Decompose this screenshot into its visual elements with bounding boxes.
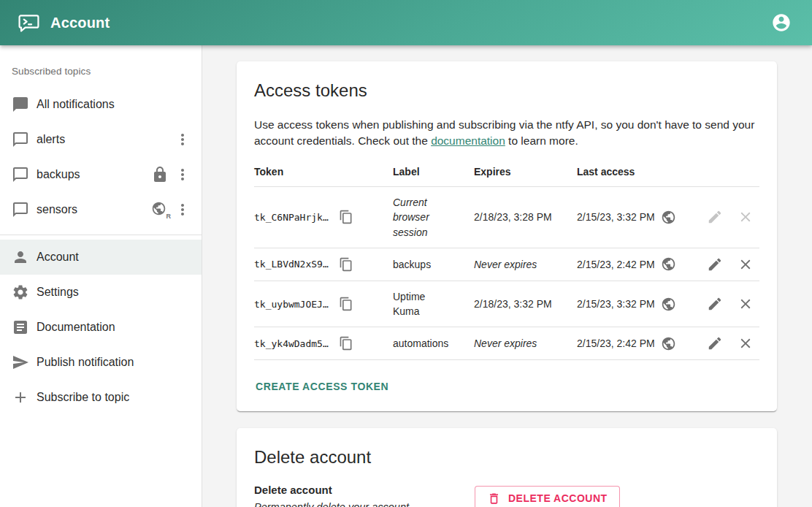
create-access-token-button[interactable]: CREATE ACCESS TOKEN — [254, 375, 390, 398]
sidebar-item-alerts[interactable]: alerts — [0, 122, 202, 157]
sidebar-item-label: sensors — [37, 203, 151, 216]
sidebar: Subscribed topics All notifications aler… — [0, 45, 202, 507]
access-tokens-card: Access tokens Use access tokens when pub… — [237, 61, 777, 411]
delete-account-item-title: Delete account — [254, 484, 475, 496]
sidebar-item-label: Account — [37, 251, 191, 264]
sidebar-divider — [0, 235, 202, 235]
token-last-access: 2/15/23, 3:32 PM — [577, 298, 655, 310]
delete-account-title: Delete account — [254, 447, 759, 468]
page-title: Account — [50, 15, 110, 31]
token-value: tk_LBVdN2xS9… — [254, 259, 329, 270]
access-tokens-description: Use access tokens when publishing and su… — [254, 117, 757, 150]
delete-account-row: Delete account Permanently delete your a… — [254, 484, 759, 507]
person-icon — [12, 248, 29, 266]
delete-account-item-description: Permanently delete your account — [254, 501, 475, 507]
edit-token-pencil-icon[interactable] — [707, 256, 723, 272]
delete-account-button[interactable]: DELETE ACCOUNT — [475, 486, 620, 507]
column-header-label: Label — [393, 157, 474, 187]
globe-icon — [661, 256, 676, 272]
table-row: tk_uybwmJOEJ… Uptime Kuma 2/18/23, 3:32 … — [254, 281, 759, 327]
article-icon — [12, 319, 29, 336]
column-header-expires: Expires — [474, 157, 577, 187]
topic-menu-kebab-icon[interactable] — [174, 131, 191, 148]
token-expires: Never expires — [474, 338, 537, 349]
table-row: tk_yk4wDadm5… automations Never expires … — [254, 327, 759, 360]
globe-icon — [661, 297, 676, 312]
sidebar-item-sensors[interactable]: sensors R — [0, 192, 202, 227]
sidebar-item-publish-notification[interactable]: Publish notification — [0, 345, 202, 380]
sidebar-item-label: Documentation — [37, 321, 191, 334]
account-avatar-button[interactable] — [768, 9, 794, 36]
plus-icon — [12, 389, 29, 406]
sidebar-item-backups[interactable]: backups — [0, 157, 202, 192]
globe-icon — [661, 336, 676, 351]
lock-icon — [151, 166, 169, 183]
delete-account-info: Delete account Permanently delete your a… — [254, 484, 475, 507]
table-row: tk_C6NPaHrjk… Current browser session 2/… — [254, 186, 759, 248]
copy-icon[interactable] — [339, 336, 353, 351]
delete-account-card: Delete account Delete account Permanentl… — [237, 428, 777, 507]
sidebar-item-label: All notifications — [37, 98, 191, 111]
delete-token-close-icon[interactable] — [738, 296, 754, 312]
gear-icon — [12, 283, 29, 301]
sidebar-item-settings[interactable]: Settings — [0, 275, 202, 310]
reserved-globe-icon: R — [151, 201, 169, 218]
copy-icon[interactable] — [339, 257, 353, 272]
token-value: tk_C6NPaHrjk… — [254, 212, 329, 223]
column-header-actions — [702, 157, 759, 187]
topic-menu-kebab-icon[interactable] — [174, 201, 191, 218]
sidebar-item-label: Settings — [37, 286, 191, 299]
access-tokens-title: Access tokens — [254, 80, 759, 101]
column-header-token: Token — [254, 157, 393, 187]
token-last-access: 2/15/23, 2:42 PM — [577, 338, 655, 349]
token-expires: 2/18/23, 3:32 PM — [474, 298, 552, 310]
access-tokens-table: Token Label Expires Last access tk_C6NPa… — [254, 157, 759, 360]
sidebar-item-label: Publish notification — [37, 356, 191, 369]
topic-menu-kebab-icon[interactable] — [174, 166, 191, 183]
documentation-link[interactable]: documentation — [431, 134, 505, 147]
edit-token-pencil-icon[interactable] — [707, 296, 723, 312]
token-last-access: 2/15/23, 3:32 PM — [577, 211, 655, 223]
delete-account-button-label: DELETE ACCOUNT — [508, 492, 608, 504]
sidebar-item-subscribe-to-topic[interactable]: Subscribe to topic — [0, 380, 202, 415]
token-label: Current browser session — [393, 195, 454, 240]
chat-bubble-filled-icon — [12, 96, 29, 113]
chat-bubble-outline-icon — [12, 201, 29, 218]
edit-token-pencil-icon — [707, 209, 723, 225]
edit-token-pencil-icon[interactable] — [707, 335, 723, 351]
sidebar-item-all-notifications[interactable]: All notifications — [0, 87, 202, 122]
delete-token-close-icon[interactable] — [738, 256, 754, 272]
account-circle-icon — [771, 12, 792, 33]
reserved-badge: R — [166, 213, 172, 220]
copy-icon[interactable] — [339, 297, 353, 311]
token-expires: Never expires — [474, 259, 537, 270]
chat-bubble-outline-icon — [12, 131, 29, 148]
sidebar-item-label: alerts — [37, 133, 174, 146]
table-row: tk_LBVdN2xS9… backups Never expires 2/15… — [254, 248, 759, 281]
copy-icon[interactable] — [339, 210, 353, 224]
token-expires: 2/18/23, 3:28 PM — [474, 211, 552, 223]
globe-icon — [661, 210, 676, 225]
token-label: automations — [393, 336, 448, 351]
sidebar-item-account[interactable]: Account — [0, 240, 202, 275]
main-content: Access tokens Use access tokens when pub… — [202, 45, 812, 507]
token-last-access: 2/15/23, 2:42 PM — [577, 259, 655, 270]
sidebar-item-label: backups — [37, 168, 151, 181]
ntfy-logo-icon — [18, 12, 40, 34]
token-label: backups — [393, 257, 431, 272]
token-value: tk_yk4wDadm5… — [254, 338, 329, 349]
chat-bubble-outline-icon — [12, 166, 29, 183]
token-value: tk_uybwmJOEJ… — [254, 299, 329, 310]
column-header-last-access: Last access — [577, 157, 702, 187]
sidebar-item-documentation[interactable]: Documentation — [0, 310, 202, 345]
subscribed-topics-label: Subscribed topics — [0, 47, 202, 87]
token-label: Uptime Kuma — [393, 289, 454, 319]
send-icon — [12, 354, 29, 371]
sidebar-item-label: Subscribe to topic — [37, 391, 191, 404]
delete-token-close-icon — [738, 209, 754, 225]
table-header-row: Token Label Expires Last access — [254, 157, 759, 187]
trash-icon — [487, 492, 501, 506]
delete-token-close-icon[interactable] — [738, 335, 754, 351]
app-header: Account — [0, 0, 812, 45]
